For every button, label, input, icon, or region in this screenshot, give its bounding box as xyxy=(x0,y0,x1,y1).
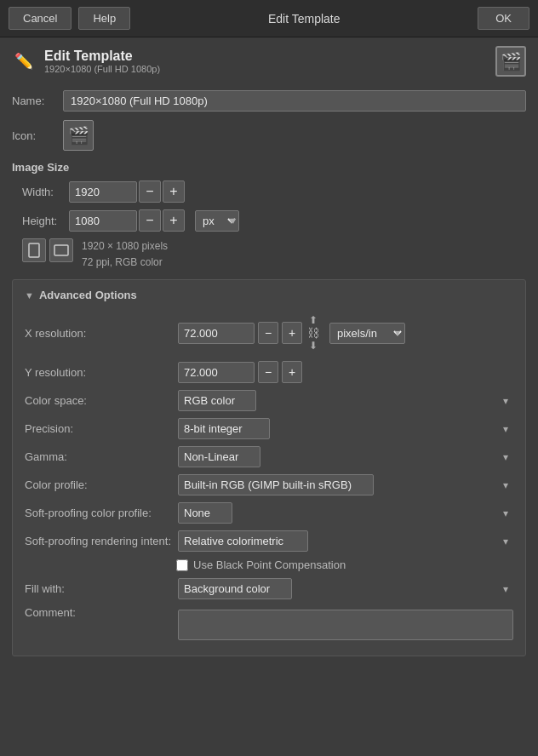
header-subtitle: 1920×1080 (Full HD 1080p) xyxy=(44,64,160,74)
height-row: Height: − + px in mm cm pt pc ▾ xyxy=(22,209,526,232)
icon-picker[interactable]: 🎬 xyxy=(63,120,94,151)
color-profile-row: Color profile: Built-in RGB (GIMP built-… xyxy=(25,474,513,495)
precision-row: Precision: 8-bit integer 16-bit integer … xyxy=(25,418,513,439)
height-label: Height: xyxy=(22,215,69,227)
image-size-title: Image Size xyxy=(12,161,526,174)
color-profile-wrapper: Built-in RGB (GIMP built-in sRGB) xyxy=(178,474,513,495)
width-decrease-button[interactable]: − xyxy=(139,180,161,203)
name-input[interactable] xyxy=(63,90,526,112)
landscape-icon[interactable] xyxy=(49,238,73,262)
name-label: Name: xyxy=(12,94,63,107)
y-res-decrease-button[interactable]: − xyxy=(258,361,278,383)
precision-select[interactable]: 8-bit integer 16-bit integer 32-bit floa… xyxy=(178,418,270,439)
soft-proofing-wrapper: None xyxy=(178,502,513,524)
y-res-increase-button[interactable]: + xyxy=(282,361,302,383)
rendering-intent-row: Soft-proofing rendering intent: Relative… xyxy=(25,530,513,552)
header-title: Edit Template xyxy=(44,49,160,64)
width-row: Width: − + xyxy=(22,180,526,203)
gamma-wrapper: Non-Linear Linear xyxy=(178,446,513,467)
color-profile-select[interactable]: Built-in RGB (GIMP built-in sRGB) xyxy=(178,474,374,495)
film-icon: 🎬 xyxy=(495,46,526,77)
x-resolution-input[interactable] xyxy=(178,323,255,344)
black-point-label: Use Black Point Compensation xyxy=(193,558,346,571)
x-res-decrease-button[interactable]: − xyxy=(258,322,278,344)
rendering-intent-label: Soft-proofing rendering intent: xyxy=(25,535,178,547)
help-button[interactable]: Help xyxy=(78,7,130,30)
y-res-controls: − + xyxy=(178,361,302,383)
y-resolution-row: Y resolution: − + xyxy=(25,361,513,383)
gamma-row: Gamma: Non-Linear Linear xyxy=(25,446,513,467)
svg-rect-1 xyxy=(54,245,68,255)
x-res-increase-button[interactable]: + xyxy=(282,322,302,344)
width-increase-button[interactable]: + xyxy=(163,180,185,203)
portrait-icon[interactable] xyxy=(22,238,46,262)
size-ppi: 72 ppi, RGB color xyxy=(82,255,168,271)
toolbar: Cancel Help Edit Template OK xyxy=(0,0,538,37)
resolution-unit-wrapper: pixels/in pixels/mm pixels/cm xyxy=(324,323,405,344)
size-icons xyxy=(22,238,73,262)
rendering-intent-select[interactable]: Relative colorimetric Perceptual Saturat… xyxy=(178,530,308,552)
soft-proofing-row: Soft-proofing color profile: None xyxy=(25,502,513,524)
color-profile-label: Color profile: xyxy=(25,478,178,491)
width-input[interactable] xyxy=(69,181,137,203)
main-content: Name: Icon: 🎬 Image Size Width: − + Heig… xyxy=(0,83,538,663)
y-resolution-label: Y resolution: xyxy=(25,366,178,379)
resolution-unit-select[interactable]: pixels/in pixels/mm pixels/cm xyxy=(329,323,405,344)
height-unit-select[interactable]: px in mm cm pt pc xyxy=(195,210,239,232)
black-point-checkbox[interactable] xyxy=(176,559,188,571)
height-decrease-button[interactable]: − xyxy=(139,209,161,232)
advanced-section: ▼ Advanced Options X resolution: − + ⬆ ⛓… xyxy=(12,279,526,656)
header-text: Edit Template 1920×1080 (Full HD 1080p) xyxy=(44,49,160,74)
soft-proofing-select[interactable]: None xyxy=(178,502,232,524)
cancel-button[interactable]: Cancel xyxy=(9,7,72,30)
soft-proofing-label: Soft-proofing color profile: xyxy=(25,507,178,519)
color-space-select[interactable]: RGB color Grayscale xyxy=(178,390,256,411)
advanced-header-label: Advanced Options xyxy=(39,289,137,301)
size-info-text: 1920 × 1080 pixels 72 ppi, RGB color xyxy=(82,238,168,271)
size-pixels: 1920 × 1080 pixels xyxy=(82,238,168,255)
precision-wrapper: 8-bit integer 16-bit integer 32-bit floa… xyxy=(178,418,513,439)
color-space-wrapper: RGB color Grayscale xyxy=(178,390,513,411)
header-left: ✏️ Edit Template 1920×1080 (Full HD 1080… xyxy=(12,49,160,74)
fill-with-label: Fill with: xyxy=(25,582,178,595)
comment-label: Comment: xyxy=(25,606,178,619)
ok-button[interactable]: OK xyxy=(478,7,529,30)
edit-icon: ✏️ xyxy=(12,49,36,73)
name-row: Name: xyxy=(12,90,526,112)
size-info-row: 1920 × 1080 pixels 72 ppi, RGB color xyxy=(22,238,526,271)
black-point-row: Use Black Point Compensation xyxy=(176,558,513,571)
comment-row: Comment: xyxy=(25,606,513,640)
height-input[interactable] xyxy=(69,210,137,232)
y-resolution-input[interactable] xyxy=(178,362,255,383)
x-resolution-row: X resolution: − + ⬆ ⛓ ⬇ pixels/in pixels… xyxy=(25,312,513,354)
chain-icon: ⬆ ⛓ ⬇ xyxy=(307,312,319,354)
fill-with-select[interactable]: Background color Foreground color White … xyxy=(178,578,292,599)
rendering-intent-wrapper: Relative colorimetric Perceptual Saturat… xyxy=(178,530,513,552)
advanced-header[interactable]: ▼ Advanced Options xyxy=(25,289,513,301)
header-row: ✏️ Edit Template 1920×1080 (Full HD 1080… xyxy=(0,37,538,83)
width-label: Width: xyxy=(22,186,69,198)
x-resolution-label: X resolution: xyxy=(25,327,178,340)
color-space-row: Color space: RGB color Grayscale xyxy=(25,390,513,411)
precision-label: Precision: xyxy=(25,422,178,435)
toolbar-title: Edit Template xyxy=(137,12,471,26)
color-space-label: Color space: xyxy=(25,394,178,407)
icon-label: Icon: xyxy=(12,129,63,142)
height-increase-button[interactable]: + xyxy=(163,209,185,232)
fill-with-row: Fill with: Background color Foreground c… xyxy=(25,578,513,599)
svg-rect-0 xyxy=(29,243,39,257)
x-res-controls: − + xyxy=(178,322,302,344)
icon-row: Icon: 🎬 xyxy=(12,120,526,151)
comment-textarea[interactable] xyxy=(178,610,513,640)
gamma-label: Gamma: xyxy=(25,450,178,463)
fill-with-wrapper: Background color Foreground color White … xyxy=(178,578,513,599)
gamma-select[interactable]: Non-Linear Linear xyxy=(178,446,260,467)
